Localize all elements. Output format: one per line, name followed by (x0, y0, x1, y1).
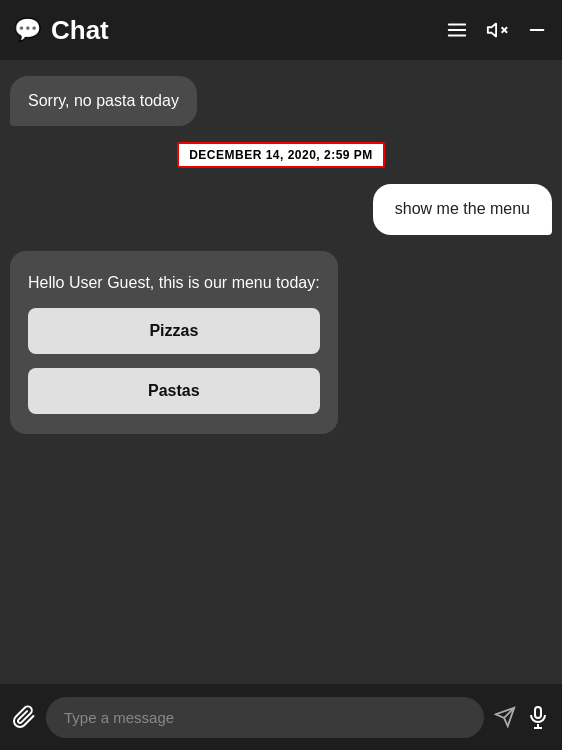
minimize-icon (526, 19, 548, 41)
chat-area: Sorry, no pasta today DECEMBER 14, 2020,… (0, 60, 562, 684)
mic-icon (526, 705, 550, 729)
send-icon (494, 706, 516, 728)
minimize-button[interactable] (526, 19, 548, 41)
header-left: 💬 Chat (14, 15, 109, 46)
mute-button[interactable] (486, 19, 508, 41)
mic-button[interactable] (526, 705, 550, 729)
menu-card: Hello User Guest, this is our menu today… (10, 251, 338, 434)
user-message-1-text: show me the menu (395, 200, 530, 217)
bot-message-1-text: Sorry, no pasta today (28, 92, 179, 109)
message-input[interactable] (46, 697, 484, 738)
app-title: Chat (51, 15, 109, 46)
attach-button[interactable] (12, 705, 36, 729)
send-button[interactable] (494, 706, 516, 728)
menu-card-text: Hello User Guest, this is our menu today… (28, 271, 320, 294)
hamburger-icon (446, 19, 468, 41)
user-message-1: show me the menu (373, 184, 552, 234)
menu-button[interactable] (446, 19, 468, 41)
chat-icon: 💬 (14, 17, 41, 43)
header-right (446, 19, 548, 41)
mute-icon (486, 19, 508, 41)
input-bar (0, 684, 562, 750)
pizzas-button[interactable]: Pizzas (28, 308, 320, 354)
attach-icon (12, 705, 36, 729)
pastas-button[interactable]: Pastas (28, 368, 320, 414)
bot-message-1: Sorry, no pasta today (10, 76, 197, 126)
header: 💬 Chat (0, 0, 562, 60)
svg-marker-3 (488, 24, 496, 37)
timestamp-wrapper: DECEMBER 14, 2020, 2:59 PM (10, 142, 552, 168)
chat-timestamp: DECEMBER 14, 2020, 2:59 PM (177, 142, 385, 168)
svg-rect-9 (535, 707, 541, 718)
